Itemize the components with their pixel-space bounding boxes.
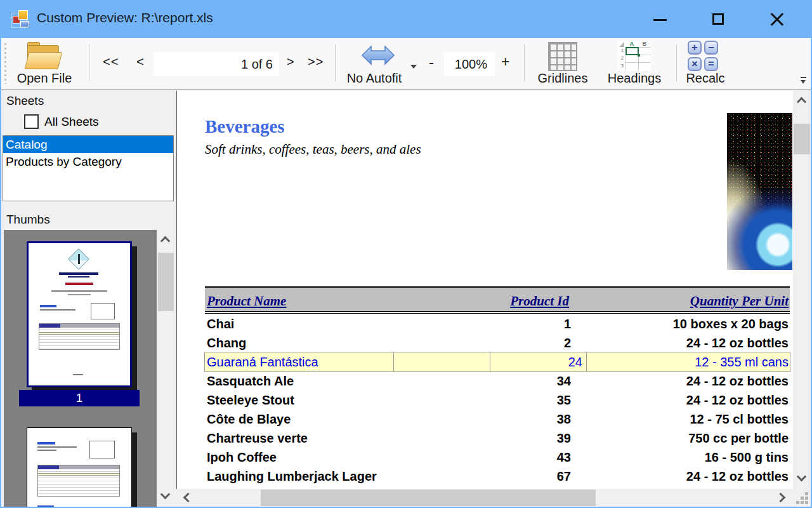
thumbnails-scrollbar[interactable]	[157, 230, 175, 507]
cell-product-name: Chang	[205, 336, 394, 351]
cell-product-name: Guaraná Fantástica	[205, 352, 394, 371]
maximize-button[interactable]	[704, 5, 732, 33]
cell-product-name: Sasquatch Ale	[205, 374, 394, 389]
cell-quantity-per-unit: 24 - 12 oz bottles	[587, 393, 790, 408]
cell-product-id: 1	[490, 317, 587, 331]
category-image	[727, 113, 792, 270]
autofit-dropdown-caret-icon[interactable]	[410, 65, 417, 69]
maximize-icon	[712, 13, 724, 25]
sheets-label: Sheets	[6, 94, 44, 108]
product-table: Product Name Product Id Quantity Per Uni…	[205, 286, 790, 486]
page-indicator-input[interactable]: 1 of 6	[154, 52, 279, 76]
minimize-icon	[653, 19, 667, 21]
toolbar-separator	[524, 44, 525, 81]
scroll-down-icon[interactable]	[160, 490, 171, 500]
headings-icon: AB 123	[618, 41, 651, 71]
toolbar-separator	[676, 44, 677, 81]
scroll-right-icon[interactable]	[776, 493, 786, 503]
preview-horizontal-scrollbar[interactable]	[177, 489, 793, 507]
sidebar: Sheets All Sheets Catalog Products by Ca…	[1, 91, 175, 507]
cell-product-id: 34	[490, 374, 587, 389]
window-title: Custom Preview: R:\report.xls	[37, 10, 213, 25]
northwind-logo-art	[68, 248, 89, 270]
open-file-label: Open File	[11, 71, 77, 86]
thumbnail-page-2[interactable]	[27, 427, 132, 507]
column-header-product-name: Product Name	[205, 293, 394, 311]
table-row: Chartreuse verte39750 cc per bottle	[205, 429, 790, 448]
toolbar-separator	[335, 44, 336, 81]
zoom-out-button[interactable]: -	[429, 53, 435, 71]
scroll-down-icon[interactable]	[797, 472, 807, 482]
toolbar-overflow-button[interactable]	[799, 77, 808, 86]
next-page-button[interactable]: >	[287, 55, 295, 69]
zoom-in-button[interactable]: +	[501, 53, 510, 70]
thumb-image-art	[91, 303, 115, 319]
thumb-art	[51, 290, 107, 292]
cell-product-id: 39	[490, 431, 587, 446]
sheet-list: Catalog Products by Category	[3, 135, 174, 201]
recalc-label: Recalc	[679, 71, 732, 86]
cell-quantity-per-unit: 24 - 12 oz bottles	[587, 336, 790, 351]
cell-product-id: 24	[490, 352, 587, 371]
scroll-left-icon[interactable]	[183, 493, 193, 503]
autofit-label: No Autofit	[339, 71, 410, 86]
preview-pane: Beverages Soft drinks, coffees, teas, be…	[176, 91, 793, 489]
cell-quantity-per-unit: 12 - 355 ml cans	[587, 355, 790, 370]
toolbar-grip[interactable]	[4, 43, 6, 84]
cell-quantity-per-unit: 24 - 12 oz bottles	[587, 374, 790, 389]
close-button[interactable]	[763, 5, 790, 33]
scrollbar-thumb[interactable]	[158, 253, 174, 311]
table-row: Chai110 boxes x 20 bags	[205, 314, 790, 333]
prev-page-button[interactable]: <	[136, 55, 145, 69]
resize-grip[interactable]	[805, 501, 808, 504]
scroll-up-icon[interactable]	[160, 236, 171, 246]
scrollbar-thumb[interactable]	[794, 124, 810, 154]
cell-product-name: Steeleye Stout	[205, 393, 394, 408]
thumb-art	[37, 446, 77, 448]
thumb-art	[68, 276, 89, 277]
thumbs-label: Thumbs	[6, 213, 50, 227]
gridlines-icon	[548, 42, 577, 71]
table-row: Côte de Blaye3812 - 75 cl bottles	[205, 410, 790, 429]
toolbar: Open File << < 1 of 6 > >> No Autofit - …	[1, 38, 811, 90]
table-row: Sasquatch Ale3424 - 12 oz bottles	[205, 371, 790, 391]
cell-product-id: 35	[490, 393, 587, 408]
table-row: Ipoh Coffee4316 - 500 g tins	[205, 448, 790, 467]
thumbnail-page-1[interactable]	[27, 241, 132, 387]
cell-quantity-per-unit: 10 boxes x 20 bags	[587, 317, 790, 331]
sheet-item-catalog[interactable]: Catalog	[3, 136, 173, 153]
scrollbar-thumb[interactable]	[261, 490, 596, 506]
thumb-art	[73, 374, 83, 375]
cell-quantity-per-unit: 24 - 12 oz bottles	[587, 469, 790, 484]
gridlines-label: Gridlines	[530, 71, 595, 86]
cell-product-name: Ipoh Coffee	[205, 450, 394, 465]
chevron-down-icon	[801, 80, 806, 84]
column-header-quantity-per-unit: Quantity Per Unit	[587, 293, 790, 311]
preview-vertical-scrollbar[interactable]	[793, 91, 811, 489]
product-table-header: Product Name Product Id Quantity Per Uni…	[205, 286, 790, 312]
all-sheets-checkbox[interactable]	[24, 114, 39, 129]
column-header-product-id: Product Id	[490, 293, 587, 311]
first-page-button[interactable]: <<	[103, 55, 119, 69]
sheet-item-products-by-category[interactable]: Products by Category	[3, 153, 173, 170]
thumb-art	[68, 294, 91, 295]
header-double-rule	[205, 313, 790, 314]
scroll-up-icon[interactable]	[797, 97, 807, 107]
cell-quantity-per-unit: 750 cc per bottle	[587, 431, 790, 446]
app-icon	[11, 9, 32, 29]
zoom-value-input[interactable]: 100%	[444, 52, 495, 76]
titlebar: Custom Preview: R:\report.xls	[0, 0, 812, 38]
thumb-art	[59, 272, 98, 275]
cell-quantity-per-unit: 16 - 500 g tins	[587, 450, 790, 465]
thumbnail-page-number: 1	[19, 390, 140, 406]
thumb-art	[37, 505, 54, 507]
thumb-image-art	[89, 441, 115, 458]
last-page-button[interactable]: >>	[308, 55, 324, 69]
autofit-arrows-icon	[360, 41, 396, 70]
scrollbar-corner	[793, 489, 811, 507]
thumb-art	[37, 442, 55, 444]
thumb-art	[37, 450, 56, 451]
table-row: Steeleye Stout3524 - 12 oz bottles	[205, 391, 790, 410]
thumb-art	[40, 309, 75, 311]
minimize-button[interactable]	[646, 5, 674, 33]
